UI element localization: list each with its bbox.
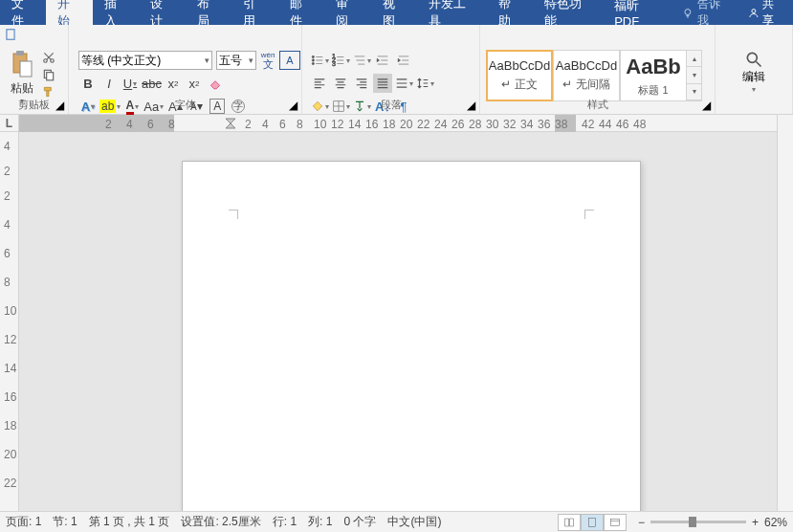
status-word-count[interactable]: 0 个字 — [343, 514, 376, 530]
margin-mark-tl — [229, 210, 238, 219]
style-normal[interactable]: AaBbCcDd ↵ 正文 — [486, 50, 553, 101]
font-name-value: 等线 (中文正文) — [81, 53, 161, 69]
tab-file[interactable]: 文件 — [0, 0, 46, 25]
tab-foxit-pdf[interactable]: 福昕PDF — [603, 0, 672, 25]
bullets-button[interactable] — [310, 51, 329, 70]
distributed-button[interactable] — [394, 74, 413, 93]
tab-layout[interactable]: 布局 — [186, 0, 231, 25]
character-border-button[interactable]: A — [279, 51, 300, 70]
search-icon — [744, 50, 763, 69]
font-name-combo[interactable]: 等线 (中文正文)▾ — [78, 51, 212, 70]
tab-help[interactable]: 帮助 — [487, 0, 533, 25]
page-icon — [586, 517, 598, 528]
align-right-button[interactable] — [352, 74, 371, 93]
copy-button[interactable] — [40, 67, 57, 82]
svg-rect-18 — [588, 518, 595, 526]
align-left-button[interactable] — [310, 74, 329, 93]
tab-mailings[interactable]: 邮件 — [278, 0, 324, 25]
indent-marker-icon[interactable] — [226, 115, 235, 132]
paragraph-launcher[interactable]: ◢ — [465, 100, 476, 111]
styles-scroll-down[interactable]: ▾ — [687, 67, 701, 83]
cut-button[interactable] — [40, 50, 57, 65]
status-language[interactable]: 中文(中国) — [387, 514, 441, 530]
tab-selector[interactable]: L — [0, 115, 19, 132]
superscript-button[interactable]: x2 — [185, 74, 204, 93]
font-size-combo[interactable]: 五号▾ — [216, 51, 256, 70]
phonetic-guide-button[interactable]: wén 文 — [258, 51, 277, 70]
tab-view[interactable]: 视图 — [371, 0, 417, 25]
zoom-in-button[interactable]: + — [752, 516, 759, 529]
italic-button[interactable]: I — [99, 74, 119, 93]
align-justify-button[interactable] — [373, 74, 392, 93]
tab-insert[interactable]: 插入 — [93, 0, 139, 25]
tab-developer[interactable]: 开发工具 — [417, 0, 487, 25]
numbering-button[interactable]: 123 — [331, 51, 350, 70]
document-area: L 42246810121416182022 86422468101214161… — [0, 115, 793, 511]
svg-point-10 — [312, 55, 314, 57]
style-heading-1[interactable]: AaBb 标题 1 — [620, 50, 687, 101]
status-line[interactable]: 行: 1 — [273, 514, 297, 530]
view-print-layout[interactable] — [581, 514, 604, 531]
status-page[interactable]: 页面: 1 — [6, 514, 41, 530]
clipboard-icon — [10, 50, 34, 78]
group-font: 等线 (中文正文)▾ 五号▾ wén 文 A B I U abc x2 x2 — [69, 25, 302, 114]
web-icon — [609, 517, 621, 528]
font-launcher[interactable]: ◢ — [287, 100, 298, 111]
style-no-spacing[interactable]: AaBbCcDd ↵ 无间隔 — [553, 50, 620, 101]
tab-special[interactable]: 特色功能 — [533, 0, 603, 25]
view-read-mode[interactable] — [558, 514, 581, 531]
status-section[interactable]: 节: 1 — [53, 514, 77, 530]
clipboard-launcher[interactable]: ◢ — [54, 100, 65, 111]
zoom-out-button[interactable]: − — [638, 516, 645, 529]
clear-formatting-button[interactable] — [206, 74, 225, 93]
svg-point-12 — [312, 62, 314, 64]
line-spacing-button[interactable] — [415, 74, 434, 93]
view-web-layout[interactable] — [604, 514, 627, 531]
zoom-slider[interactable] — [650, 521, 746, 523]
svg-text:3: 3 — [332, 60, 336, 67]
copy-icon — [42, 68, 55, 81]
styles-scroll-up[interactable]: ▴ — [687, 51, 701, 67]
align-left-icon — [313, 77, 326, 90]
font-group-label: 字体 — [69, 98, 301, 112]
status-column[interactable]: 列: 1 — [308, 514, 332, 530]
ribbon: 粘贴 ▾ 剪贴板 ◢ 等线 (中文正文)▾ 五号▾ wén — [0, 25, 793, 115]
group-paragraph: 123 A↓ ¶ 段落 ◢ — [302, 25, 480, 114]
tab-home[interactable]: 开始 — [46, 0, 92, 25]
tab-review[interactable]: 审阅 — [324, 0, 370, 25]
bullets-icon — [311, 54, 324, 67]
tab-design[interactable]: 设计 — [139, 0, 185, 25]
multilevel-icon — [353, 54, 366, 67]
vertical-ruler[interactable]: 42246810121416182022 — [0, 132, 19, 511]
book-icon — [563, 517, 575, 528]
zoom-thumb[interactable] — [689, 517, 696, 527]
align-center-button[interactable] — [331, 74, 350, 93]
vertical-scrollbar[interactable] — [777, 115, 793, 511]
zoom-percent[interactable]: 62% — [764, 516, 787, 529]
bold-button[interactable]: B — [78, 74, 98, 93]
multilevel-list-button[interactable] — [352, 51, 371, 70]
find-button[interactable]: 编辑 ▾ — [742, 50, 765, 94]
status-page-of[interactable]: 第 1 页 , 共 1 页 — [89, 514, 170, 530]
document-canvas[interactable] — [19, 132, 777, 511]
align-center-icon — [334, 77, 347, 90]
page — [182, 161, 641, 511]
group-styles: AaBbCcDd ↵ 正文 AaBbCcDd ↵ 无间隔 AaBb 标题 1 ▴… — [480, 25, 716, 114]
status-position[interactable]: 设置值: 2.5厘米 — [181, 514, 260, 530]
svg-rect-19 — [610, 519, 619, 525]
underline-button[interactable]: U — [121, 74, 140, 93]
person-icon — [748, 7, 760, 19]
strikethrough-button[interactable]: abc — [142, 74, 162, 93]
styles-launcher[interactable]: ◢ — [700, 100, 712, 111]
subscript-button[interactable]: x2 — [164, 74, 183, 93]
svg-point-0 — [685, 9, 691, 14]
horizontal-ruler[interactable]: 8642246810121416182022242628303234363842… — [19, 115, 777, 132]
paragraph-group-label: 段落 — [302, 98, 479, 112]
numbering-icon: 123 — [332, 54, 345, 67]
margin-mark-tr — [584, 210, 594, 219]
increase-indent-button[interactable] — [394, 51, 413, 70]
decrease-indent-button[interactable] — [373, 51, 392, 70]
tab-references[interactable]: 引用 — [231, 0, 277, 25]
ribbon-tabs: 文件 开始 插入 设计 布局 引用 邮件 审阅 视图 开发工具 帮助 特色功能 … — [0, 0, 793, 25]
distributed-icon — [395, 77, 408, 90]
